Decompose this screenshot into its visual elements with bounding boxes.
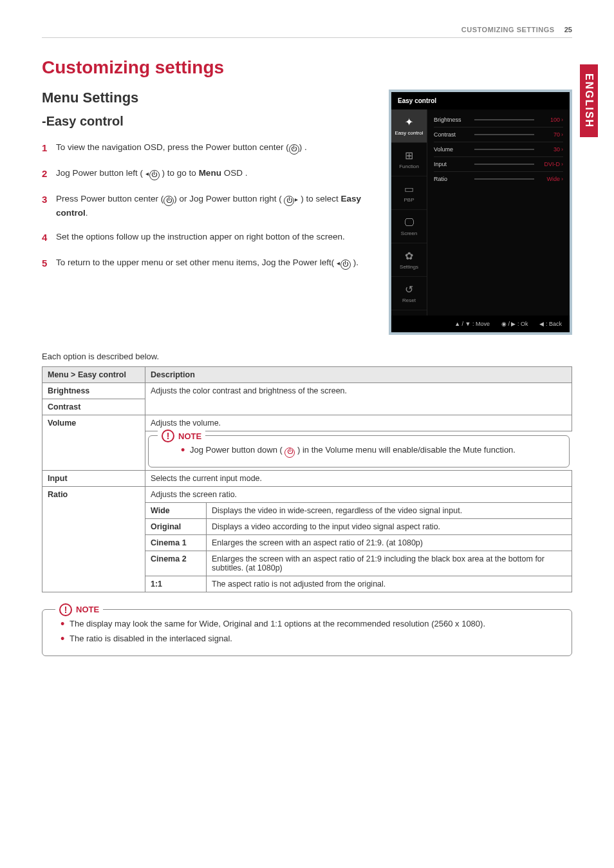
table-intro: Each option is described below. <box>42 352 572 361</box>
row-brightness-label: Brightness <box>42 383 145 399</box>
osd-row-ratio: RatioWide› <box>427 173 570 185</box>
language-tab: ENGLISH <box>580 64 598 137</box>
step-5: 5 To return to the upper menu or set oth… <box>42 256 376 271</box>
note-label: !NOTE <box>55 603 103 616</box>
chevron-right-icon: › <box>561 146 563 153</box>
osd-screenshot: Easy control ✦Easy control ⊞Function ▭PB… <box>389 90 572 335</box>
ratio-cinema1-label: Cinema 1 <box>145 534 207 551</box>
pbp-icon: ▭ <box>404 183 414 195</box>
row-input-label: Input <box>42 470 145 486</box>
easy-control-heading: -Easy control <box>42 114 376 129</box>
row-ratio-desc: Adjusts the screen ratio. <box>145 486 572 502</box>
osd-side-screen: 🖵Screen <box>391 210 427 243</box>
row-volume-label: Volume <box>42 415 145 471</box>
chevron-right-icon: › <box>561 176 563 182</box>
power-icon <box>289 144 299 155</box>
osd-hint-ok: ◉ / ▶ : Ok <box>501 321 528 327</box>
osd-row-contrast: Contrast70› <box>427 128 570 141</box>
bottom-note-item-1: The display may look the same for Wide, … <box>60 618 561 630</box>
ratio-cinema1-desc: Enlarges the screen with an aspect ratio… <box>207 534 572 551</box>
row-contrast-label: Contrast <box>42 399 145 415</box>
gear-icon: ✿ <box>405 250 413 262</box>
power-icon <box>284 196 294 206</box>
osd-main-panel: Brightness100› Contrast70› Volume30› Inp… <box>427 109 570 316</box>
instruction-list: 1 To view the navigation OSD, press the … <box>42 140 376 271</box>
sliders-icon: ✦ <box>405 116 413 128</box>
bottom-note-box: !NOTE The display may look the same for … <box>42 609 572 656</box>
row-brightness-contrast-desc: Adjusts the color contrast and brightnes… <box>145 383 572 415</box>
ratio-cinema2-desc: Enlarges the screen with an aspect ratio… <box>207 551 572 576</box>
osd-side-easy-control: ✦Easy control <box>391 109 427 143</box>
reset-icon: ↺ <box>405 283 413 296</box>
power-icon <box>163 196 174 206</box>
step-4: 4 Set the options follow up the instruct… <box>42 230 376 245</box>
info-icon: ! <box>59 603 72 616</box>
osd-side-pbp: ▭PBP <box>391 176 427 210</box>
osd-footer: ▲ / ▼ : Move ◉ / ▶ : Ok ◀ : Back <box>391 316 570 332</box>
chevron-right-icon: › <box>561 161 563 167</box>
volume-note-box: !NOTE Jog Power button down ( ) in the V… <box>148 435 570 467</box>
osd-row-volume: Volume30› <box>427 143 570 156</box>
power-icon <box>340 259 351 270</box>
bottom-note-item-2: The ratio is disabled in the interlaced … <box>60 632 561 645</box>
chevron-right-icon: › <box>561 131 563 138</box>
grid-icon: ⊞ <box>405 149 413 162</box>
osd-sidebar: ✦Easy control ⊞Function ▭PBP 🖵Screen ✿Se… <box>391 109 427 316</box>
osd-title: Easy control <box>391 92 570 109</box>
row-volume-desc: Adjusts the volume. <box>145 415 572 431</box>
osd-side-settings: ✿Settings <box>391 243 427 277</box>
ratio-original-label: Original <box>145 518 207 534</box>
chevron-right-icon: › <box>561 117 563 123</box>
info-icon: ! <box>162 429 174 442</box>
screen-icon: 🖵 <box>404 217 414 229</box>
note-label: !NOTE <box>158 429 205 442</box>
ratio-11-desc: The aspect ratio is not adjusted from th… <box>207 576 572 592</box>
osd-side-function: ⊞Function <box>391 143 427 176</box>
table-header-description: Description <box>145 367 572 383</box>
power-down-icon <box>284 448 295 458</box>
page-title: Customizing settings <box>42 57 572 78</box>
ratio-wide-desc: Displays the video in wide-screen, regar… <box>207 502 572 518</box>
jog-left-icon <box>337 258 351 267</box>
step-3: 3 Press Power button center () or Jog Po… <box>42 192 376 220</box>
row-ratio-label: Ratio <box>42 486 145 592</box>
page-header: CUSTOMIZING SETTINGS 25 <box>42 26 572 38</box>
ratio-cinema2-label: Cinema 2 <box>145 551 207 576</box>
header-section: CUSTOMIZING SETTINGS <box>461 26 555 33</box>
ratio-wide-label: Wide <box>145 502 207 518</box>
ratio-11-label: 1:1 <box>145 576 207 592</box>
description-table: Menu > Easy control Description Brightne… <box>42 366 572 592</box>
osd-side-reset: ↺Reset <box>391 277 427 310</box>
header-page-number: 25 <box>564 26 572 33</box>
row-input-desc: Selects the current input mode. <box>145 470 572 486</box>
step-2: 2 Jog Power button left ( ) to go to Men… <box>42 166 376 182</box>
power-icon <box>149 170 160 180</box>
osd-hint-back: ◀ : Back <box>539 321 562 327</box>
step-1: 1 To view the navigation OSD, press the … <box>42 140 376 156</box>
menu-settings-heading: Menu Settings <box>42 90 376 106</box>
osd-row-brightness: Brightness100› <box>427 113 570 126</box>
osd-hint-move: ▲ / ▼ : Move <box>454 321 490 327</box>
jog-right-icon <box>284 194 298 203</box>
ratio-original-desc: Displays a video according to the input … <box>207 518 572 534</box>
volume-note-text: Jog Power button down ( ) in the Volume … <box>181 444 559 457</box>
jog-left-icon <box>145 168 160 178</box>
osd-row-input: InputDVI-D› <box>427 158 570 171</box>
table-header-menu: Menu > Easy control <box>42 367 145 383</box>
